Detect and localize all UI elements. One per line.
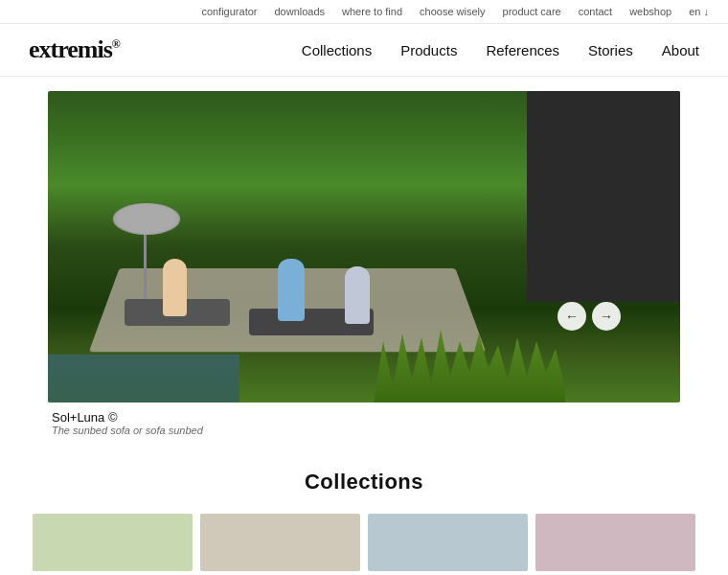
utility-choose-wisely[interactable]: choose wisely — [420, 6, 485, 17]
collection-card-1[interactable] — [33, 514, 193, 571]
nav-stories[interactable]: Stories — [588, 42, 633, 58]
wall-element — [527, 91, 680, 302]
utility-product-care[interactable]: product care — [503, 6, 561, 17]
utility-webshop[interactable]: webshop — [629, 6, 671, 17]
collections-grid — [0, 514, 728, 571]
collection-card-4[interactable] — [535, 514, 695, 571]
logo-text: extremis — [29, 35, 112, 63]
hero-background — [48, 91, 680, 402]
prev-arrow[interactable]: ← — [557, 302, 586, 331]
carousel-arrows: ← → — [557, 302, 621, 331]
logo-trademark: ® — [112, 37, 120, 51]
collection-card-3[interactable] — [368, 514, 528, 571]
water-element — [48, 355, 239, 402]
nav-about[interactable]: About — [662, 42, 699, 58]
next-arrow[interactable]: → — [592, 302, 621, 331]
parasol-head — [111, 203, 182, 235]
collection-card-2[interactable] — [200, 514, 360, 571]
utility-where-to-find[interactable]: where to find — [342, 6, 402, 17]
person-3 — [345, 266, 370, 324]
nav-references[interactable]: References — [486, 42, 559, 58]
main-nav: extremis® Collections Products Reference… — [0, 24, 728, 77]
utility-contact[interactable]: contact — [579, 6, 612, 17]
utility-configurator[interactable]: configurator — [201, 6, 257, 17]
caption-subtitle: The sunbed sofa or sofa sunbed — [52, 425, 676, 436]
utility-language[interactable]: en ↓ — [689, 6, 709, 17]
person-1 — [163, 259, 187, 316]
nav-products[interactable]: Products — [400, 42, 457, 58]
hero-image: ← → — [48, 91, 680, 402]
collections-section: Collections — [0, 470, 728, 571]
hero-section: ← → Sol+Luna © The sunbed sofa or sofa s… — [0, 91, 728, 436]
caption-title: Sol+Luna © — [52, 410, 676, 425]
nav-collections[interactable]: Collections — [302, 42, 372, 58]
hero-caption: Sol+Luna © The sunbed sofa or sofa sunbe… — [48, 410, 680, 436]
nav-links: Collections Products References Stories … — [302, 42, 699, 58]
utility-downloads[interactable]: downloads — [274, 6, 325, 17]
utility-bar: configurator downloads where to find cho… — [0, 0, 728, 24]
person-2 — [278, 259, 305, 321]
logo[interactable]: extremis® — [29, 35, 120, 64]
collections-heading: Collections — [0, 470, 728, 494]
